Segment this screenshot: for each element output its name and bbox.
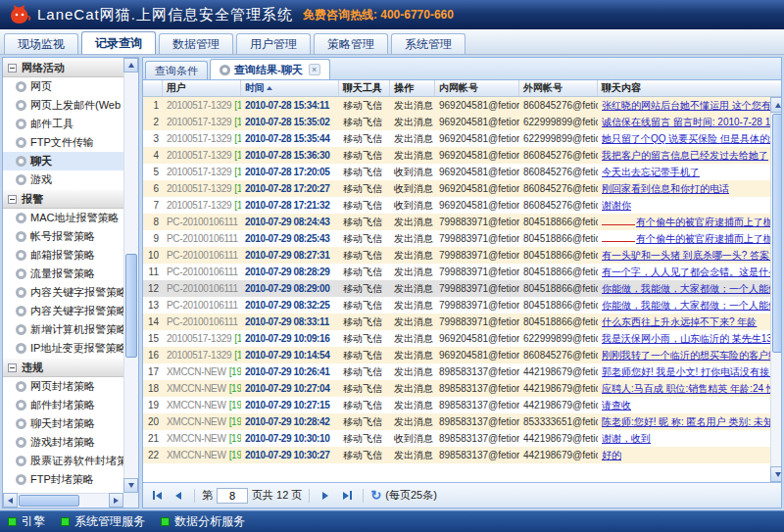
chat-message-link[interactable]: 谢谢你 <box>602 200 631 211</box>
col-header-user[interactable]: 用户 <box>163 80 241 96</box>
scroll-left-icon[interactable] <box>3 493 18 508</box>
sidebar-horizontal-scrollbar[interactable] <box>3 493 123 508</box>
sidebar-group-网络活动[interactable]: 网络活动 <box>3 58 123 77</box>
table-row[interactable]: 9PC-201001061112010-07-29 08:25:43移动飞信发出… <box>143 230 770 247</box>
sidebar-item-游戏封堵策略[interactable]: 游戏封堵策略 <box>3 433 123 452</box>
table-row[interactable]: 220100517-1329[12010-07-28 15:35:02移动飞信发… <box>143 114 770 130</box>
sidebar-item-网页[interactable]: 网页 <box>3 77 123 96</box>
sidebar-item-聊天封堵策略[interactable]: 聊天封堵策略 <box>3 414 123 433</box>
table-row[interactable]: 20XMCCN-NEW[19:2010-07-29 10:28:42移动飞信发出… <box>143 413 770 430</box>
chat-message-link[interactable]: 应聘人:马百成 职位:销售精英 年龄:24 性别(0男 <box>602 383 770 394</box>
table-row[interactable]: 10PC-201001061112010-07-29 08:27:31移动飞信发… <box>143 247 770 264</box>
sidebar-item-内容关键字报警策略.网[interactable]: 内容关键字报警策略.网 <box>3 283 123 302</box>
sidebar-item-游戏[interactable]: 游戏 <box>3 170 123 189</box>
scroll-right-icon[interactable] <box>109 493 123 508</box>
chat-message-link[interactable]: 陈老师:您好! 昵 称: 匿名用户 类别: 未知 <box>602 416 770 427</box>
scroll-down-icon[interactable] <box>123 478 138 493</box>
menu-tab-现场监视[interactable]: 现场监视 <box>4 33 78 54</box>
sidebar-item-网页上发邮件(Web Mail)[interactable]: 网页上发邮件(Web Mail) <box>3 96 123 115</box>
table-row[interactable]: 12PC-201001061112010-07-29 08:29:00移动飞信发… <box>143 280 770 297</box>
chat-message-link[interactable]: 有个偷牛的被官府逮捕而上了枷锁。熟人! <box>636 233 770 244</box>
chat-message-link[interactable]: 我把客户的留言信息已经发过去给她了 <box>602 150 768 161</box>
table-row[interactable]: 320100517-1329[12010-07-28 15:35:44移动飞信发… <box>143 130 770 147</box>
first-page-button[interactable] <box>148 487 166 505</box>
tab-query-result-chat[interactable]: 查询结果-聊天 × <box>210 59 330 79</box>
last-page-button[interactable] <box>338 487 356 505</box>
chat-message-link[interactable]: 好的 <box>602 450 621 460</box>
table-row[interactable]: 18XMCCN-NEW[19:2010-07-29 10:27:04移动飞信发出… <box>143 380 770 397</box>
sidebar-item-邮箱报警策略[interactable]: 邮箱报警策略 <box>3 246 123 265</box>
chat-message-link[interactable]: 刚刚我转了一个临沂的想买车险的客户给张红 <box>602 350 770 361</box>
grid-vscroll-thumb[interactable] <box>772 114 781 353</box>
chat-message-link[interactable]: 今天出去忘记带手机了 <box>602 167 700 177</box>
chat-message-link[interactable]: 她只留了个QQ 说要买保险 但是具体的您回去 <box>602 133 770 144</box>
chat-message-link[interactable]: 诚信保在线留言 留言时间: 2010-7-28 10:50:0 <box>602 117 770 127</box>
col-header-internal-account[interactable]: 内网帐号 <box>435 80 519 96</box>
sidebar-item-IP地址变更报警策略[interactable]: IP地址变更报警策略 <box>3 339 123 358</box>
next-page-button[interactable] <box>317 487 334 505</box>
chat-message-link[interactable]: 谢谢，收到 <box>602 433 651 444</box>
menu-tab-系统管理[interactable]: 系统管理 <box>391 33 466 54</box>
close-tab-icon[interactable]: × <box>309 64 320 75</box>
col-header-rownum[interactable] <box>143 80 163 96</box>
prev-page-button[interactable] <box>170 487 187 505</box>
table-row[interactable]: 620100517-1329[12010-07-28 17:20:27移动飞信收… <box>143 180 770 197</box>
sidebar-vertical-scrollbar[interactable] <box>123 58 138 493</box>
scroll-down-icon[interactable] <box>770 466 781 482</box>
sidebar-group-违规[interactable]: 违规 <box>3 358 123 377</box>
tab-query-conditions[interactable]: 查询条件 <box>145 61 208 79</box>
chat-message-link[interactable]: 郭老师您好! 我是小文! 打你电话没有接，有 <box>602 366 770 377</box>
menu-tab-用户管理[interactable]: 用户管理 <box>236 33 311 54</box>
chat-message-link[interactable]: 你能做，我能做，大家都做；一个人能做，两 <box>602 300 770 311</box>
col-header-time[interactable]: 时间 <box>241 80 339 96</box>
sidebar-item-股票证券软件封堵策略[interactable]: 股票证券软件封堵策略 <box>3 452 123 470</box>
scroll-up-icon[interactable] <box>123 58 138 73</box>
sidebar-item-网页封堵策略[interactable]: 网页封堵策略 <box>3 377 123 396</box>
sidebar-group-报警[interactable]: 报警 <box>3 189 123 209</box>
page-number-input[interactable] <box>217 488 248 504</box>
table-row[interactable]: 13PC-201001061112010-07-29 08:32:25移动飞信发… <box>143 297 770 314</box>
table-row[interactable]: 8PC-201001061112010-07-29 08:24:43移动飞信发出… <box>143 214 770 230</box>
sidebar-item-新增计算机报警策略[interactable]: 新增计算机报警策略 <box>3 320 123 339</box>
sidebar-item-FTP封堵策略[interactable]: FTP封堵策略 <box>3 470 123 489</box>
sidebar-item-内容关键字报警策略.邮[interactable]: 内容关键字报警策略.邮 <box>3 302 123 320</box>
table-row[interactable]: 17XMCCN-NEW[19:2010-07-29 10:26:41移动飞信发出… <box>143 363 770 380</box>
table-row[interactable]: 120100517-1329[12010-07-28 15:34:11移动飞信发… <box>143 97 770 114</box>
table-row[interactable]: 14PC-201001061112010-07-29 08:33:11移动飞信发… <box>143 314 770 330</box>
table-row[interactable]: 19XMCCN-NEW[19:2010-07-29 10:27:15移动飞信发出… <box>143 397 770 413</box>
chat-message-link[interactable]: 什么东西往上升永远掉不下来? 年龄 <box>602 316 757 327</box>
sidebar-item-邮件工具[interactable]: 邮件工具 <box>3 115 123 133</box>
sidebar-hscroll-thumb[interactable] <box>19 495 79 507</box>
table-row[interactable]: 21XMCCN-NEW[19:2010-07-29 10:30:10移动飞信收到… <box>143 430 770 447</box>
chat-message-link[interactable]: 我是沃保网小雨，山东临沂的 某先生1386497 <box>602 333 770 344</box>
menu-tab-记录查询[interactable]: 记录查询 <box>81 31 156 54</box>
sidebar-item-MAC地址报警策略[interactable]: MAC地址报警策略 <box>3 209 123 227</box>
table-row[interactable]: 22XMCCN-NEW[19:2010-07-29 10:30:27移动飞信发出… <box>143 447 770 463</box>
table-row[interactable]: 420100517-1329[12010-07-28 15:36:30移动飞信发… <box>143 147 770 164</box>
sidebar-item-FTP文件传输[interactable]: FTP文件传输 <box>3 133 123 152</box>
sidebar-vscroll-thumb[interactable] <box>125 254 137 359</box>
table-row[interactable]: 720100517-1329[12010-07-28 17:21:32移动飞信收… <box>143 197 770 214</box>
sidebar-item-邮件封堵策略[interactable]: 邮件封堵策略 <box>3 396 123 414</box>
menu-tab-策略管理[interactable]: 策略管理 <box>314 33 388 54</box>
table-row[interactable]: 1520100517-1329[12010-07-29 10:09:16移动飞信… <box>143 330 770 347</box>
refresh-icon[interactable]: ↻ <box>370 489 381 502</box>
table-row[interactable]: 520100517-1329[12010-07-28 17:20:05移动飞信收… <box>143 164 770 180</box>
sidebar-item-聊天[interactable]: 聊天 <box>3 152 123 170</box>
sidebar-item-流量报警策略[interactable]: 流量报警策略 <box>3 265 123 283</box>
col-header-chat-tool[interactable]: 聊天工具 <box>339 80 390 96</box>
grid-vertical-scrollbar[interactable] <box>770 97 781 482</box>
col-header-external-account[interactable]: 外网帐号 <box>519 80 598 96</box>
chat-message-link[interactable]: 有一个字，人人见了都会念错。这是什么字?! <box>602 266 770 277</box>
menu-tab-数据管理[interactable]: 数据管理 <box>159 33 233 54</box>
scroll-up-icon[interactable] <box>770 97 781 113</box>
chat-message-link[interactable]: 刚回家看到信息和你打的电话 <box>602 183 729 194</box>
chat-message-link[interactable]: 有个偷牛的被官府逮捕而上了枷锁。熟人! <box>636 217 770 227</box>
table-row[interactable]: 1620100517-1329[12010-07-29 10:14:54移动飞信… <box>143 347 770 363</box>
col-header-chat-content[interactable]: 聊天内容 <box>598 80 781 96</box>
col-header-operation[interactable]: 操作 <box>390 80 435 96</box>
chat-message-link[interactable]: 张红晓的网站后台她不懂运用 这个您有空记得 <box>602 100 770 111</box>
chat-message-link[interactable]: 有一头驴和一头猪 到底杀哪一头? 答案:杀猪 <box>602 250 770 261</box>
table-row[interactable]: 11PC-201001061112010-07-29 08:28:29移动飞信发… <box>143 264 770 280</box>
chat-message-link[interactable]: 请查收 <box>602 400 631 411</box>
